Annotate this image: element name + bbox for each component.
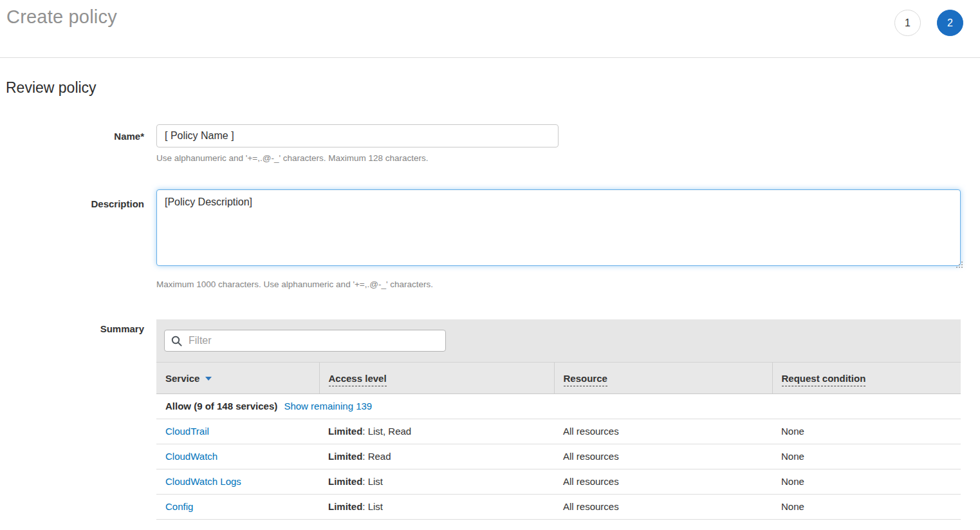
resource-cell: All resources (554, 444, 772, 469)
access-level-cell: Limited: List, Read (319, 419, 554, 444)
table-row: CloudWatch Logs Limited: List All resour… (156, 469, 961, 495)
request-condition-cell: None (772, 495, 961, 520)
access-detail: : List (362, 501, 383, 512)
name-label: Name* (0, 124, 144, 142)
page-header: Create policy 1 2 (0, 0, 980, 58)
search-icon (171, 336, 182, 346)
access-prefix: Limited (328, 426, 362, 437)
access-prefix: Limited (328, 501, 362, 512)
request-condition-header-label: Request condition (782, 373, 866, 386)
access-detail: : List, Read (362, 426, 411, 437)
summary-form-row: Summary (0, 319, 980, 520)
table-row: Config Limited: List All resources None (156, 495, 961, 520)
column-header-service[interactable]: Service (156, 363, 319, 394)
policy-description-textarea[interactable]: [Policy Description] (156, 189, 961, 266)
access-level-cell: Limited: List (319, 495, 554, 520)
filter-input[interactable] (187, 334, 439, 347)
column-header-access-level[interactable]: Access level (319, 363, 554, 394)
access-level-header-label: Access level (329, 373, 387, 386)
service-cell: CloudTrail (156, 419, 319, 444)
summary-panel: Service Access level Resource Request co… (156, 319, 961, 520)
allow-group-title: Allow (9 of 148 services) (165, 401, 277, 412)
description-help-text: Maximum 1000 characters. Use alphanumeri… (156, 279, 961, 289)
policy-name-input[interactable] (156, 124, 559, 147)
wizard-steps: 1 2 (894, 6, 963, 36)
description-label: Description (0, 189, 144, 209)
access-detail: : List (362, 476, 383, 487)
service-header-label: Service (165, 373, 199, 384)
service-link[interactable]: Config (165, 501, 193, 512)
access-level-cell: Limited: List (319, 469, 554, 495)
step-1-indicator[interactable]: 1 (894, 10, 921, 36)
resource-cell: All resources (554, 495, 772, 520)
service-cell: Config (156, 495, 319, 520)
service-cell: CloudWatch Logs (156, 469, 319, 495)
name-form-row: Name* Use alphanumeric and '+=,.@-_' cha… (0, 124, 980, 163)
table-row: CloudWatch Limited: Read All resources N… (156, 444, 961, 469)
service-link[interactable]: CloudTrail (165, 426, 209, 437)
summary-table: Service Access level Resource Request co… (156, 363, 961, 520)
summary-label: Summary (0, 319, 144, 334)
table-row: CloudTrail Limited: List, Read All resou… (156, 419, 961, 444)
resource-cell: All resources (554, 469, 772, 495)
service-link[interactable]: CloudWatch Logs (165, 476, 241, 487)
request-condition-cell: None (772, 469, 961, 495)
request-condition-cell: None (772, 419, 961, 444)
request-condition-cell: None (772, 444, 961, 469)
name-help-text: Use alphanumeric and '+=,.@-_' character… (156, 153, 559, 163)
sort-desc-caret-icon (205, 377, 212, 381)
service-cell: CloudWatch (156, 444, 319, 469)
textarea-resize-grip-icon[interactable] (956, 261, 957, 263)
page-title: Create policy (6, 6, 117, 28)
column-header-resource[interactable]: Resource (554, 363, 772, 394)
service-link[interactable]: CloudWatch (165, 451, 217, 462)
resource-header-label: Resource (564, 373, 607, 386)
column-header-request-condition[interactable]: Request condition (772, 363, 961, 394)
filter-bar (156, 319, 961, 363)
resource-cell: All resources (554, 419, 772, 444)
allow-group-row: Allow (9 of 148 services) Show remaining… (156, 394, 961, 419)
table-header-row: Service Access level Resource Request co… (156, 363, 961, 394)
access-prefix: Limited (328, 476, 362, 487)
step-2-indicator[interactable]: 2 (937, 10, 963, 36)
access-prefix: Limited (328, 451, 362, 462)
filter-box[interactable] (164, 330, 446, 352)
access-detail: : Read (362, 451, 391, 462)
show-remaining-link[interactable]: Show remaining 139 (284, 401, 372, 412)
access-level-cell: Limited: Read (319, 444, 554, 469)
description-form-row: Description [Policy Description] Maximum… (0, 189, 980, 289)
section-heading: Review policy (6, 79, 980, 97)
